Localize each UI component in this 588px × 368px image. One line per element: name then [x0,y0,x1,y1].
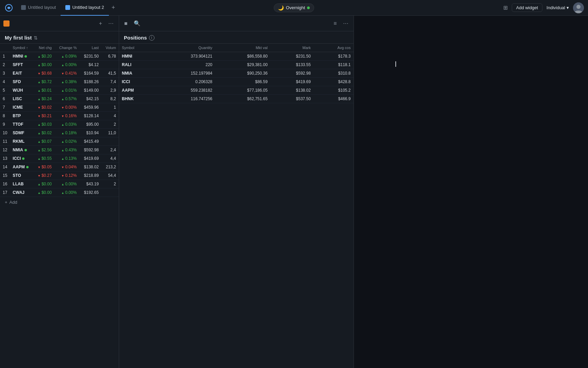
table-row[interactable]: 10 SDMF ▲ $0.02 ▲ 0.18% $10.94 11,0 [0,129,119,137]
add-column-button[interactable]: + [97,19,104,28]
positions-view-btn[interactable]: ■ [122,19,129,28]
net-chg-arrow: ▲ [38,97,42,101]
change-arrow: ▲ [61,191,65,195]
pos-col-mktval[interactable]: Mkt val [215,44,270,52]
overnight-badge[interactable]: 🌙 Overnight [274,3,314,12]
table-row[interactable]: 15 STO ▼ $0.27 ▼ 0.12% $218.89 54,4 [0,171,119,180]
row-number: 3 [0,69,10,78]
symbol-cell: LISC [10,95,33,103]
last-cell: $188.26 [79,78,101,86]
table-row[interactable]: 9 TTOF ▲ $0.03 ▲ 0.03% $95.00 2 [0,120,119,129]
expand-icon[interactable]: ⊞ [503,4,508,11]
individual-dropdown[interactable]: Individual ▾ [546,5,569,10]
volume-cell: 54,4 [101,171,119,180]
change-pct-cell: ▼ 0.16% [54,112,79,120]
symbol-cell: SDMF [10,129,33,137]
add-tab-button[interactable]: + [109,4,118,11]
row-number: 9 [0,120,10,129]
row-number: 14 [0,163,10,171]
net-chg-cell: ▼ $0.21 [33,112,54,120]
table-row[interactable]: 7 ICME ▼ $0.02 ▼ 0.00% $459.96 1 [0,103,119,112]
last-cell: $4.12 [79,61,101,69]
net-chg-cell: ▲ $0.00 [33,180,54,188]
volume-cell: 213,2 [101,163,119,171]
net-chg-arrow: ▲ [38,63,42,67]
symbol-label: STO [13,173,21,178]
pos-avgcost-cell: $466.9 [313,95,353,103]
last-cell: $419.69 [79,154,101,163]
net-chg-cell: ▼ $0.05 [33,163,54,171]
change-arrow: ▲ [61,149,65,152]
table-row[interactable]: ICCI 0.206328 $86.59 $419.69 $428.8 [119,78,354,86]
volume-cell [101,61,119,69]
pos-quantity-cell: 116.747256 [157,95,215,103]
change-pct-cell: ▼ 0.41% [54,69,79,78]
table-row[interactable]: 3 EAIT ▼ $0.68 ▼ 0.41% $164.59 41,5 [0,69,119,78]
change-pct-cell: ▲ 0.00% [54,188,79,197]
col-symbol[interactable]: Symbol ↑ [10,44,33,52]
add-widget-button[interactable]: Add widget [512,3,542,12]
table-row[interactable]: AAPM 559.238182 $77,186.05 $138.02 $105.… [119,86,354,95]
info-icon[interactable]: i [149,35,154,41]
symbol-label: SFD [13,79,21,84]
positions-more-btn[interactable]: ⋯ [341,19,350,28]
table-row[interactable]: 8 BTP ▼ $0.21 ▼ 0.16% $128.14 4 [0,112,119,120]
net-chg-cell: ▲ $0.55 [33,154,54,163]
symbol-label: WIJH [13,88,23,93]
table-row[interactable]: HMNI 373.904121 $86,558.80 $231.50 $178.… [119,52,354,61]
tab-icon-2 [65,5,70,10]
chevron-down-icon: ▾ [567,5,569,10]
row-number: 1 [0,52,10,61]
table-row[interactable]: 1 HMNI ▲ $0.20 ▲ 0.09% $231.50 6,78 [0,52,119,61]
table-row[interactable]: 6 LISC ▲ $0.24 ▲ 0.57% $42.15 8,2 [0,95,119,103]
positions-table: Symbol Quantity Mkt val Mark Avg cos HMN… [119,44,354,103]
table-row[interactable]: RALI 220 $29,381.00 $133.55 $118.1 [119,61,354,69]
pos-col-avgcost[interactable]: Avg cos [313,44,353,52]
row-number: 11 [0,137,10,146]
volume-cell: 6,78 [101,52,119,61]
tab-untitled-layout-2[interactable]: Untitled layout 2 [61,0,109,16]
positions-table-scroll[interactable]: Symbol Quantity Mkt val Mark Avg cos HMN… [119,44,354,368]
col-last[interactable]: Last [79,44,101,52]
table-row[interactable]: 11 RKML ▲ $0.07 ▲ 0.02% $415.49 [0,137,119,146]
net-chg-arrow: ▲ [38,89,42,92]
net-chg-arrow: ▲ [38,80,42,84]
table-row[interactable]: 13 ICCI ▲ $0.55 ▲ 0.13% $419.69 4,4 [0,154,119,163]
watchlist-table-scroll[interactable]: Symbol ↑ Net chg Change % Last Volum 1 H… [0,44,119,352]
last-cell: $95.00 [79,120,101,129]
pos-quantity-cell: 0.206328 [157,78,215,86]
table-row[interactable]: 14 AAPM ▼ $0.05 ▼ 0.04% $138.02 213,2 [0,163,119,171]
pos-mark-cell: $138.02 [270,86,313,95]
right-empty-area [354,16,588,368]
col-change-pct[interactable]: Change % [54,44,79,52]
main-area: + ⋯ My first list ⇅ Symbol ↑ Net chg Cha… [0,16,588,368]
pos-col-quantity[interactable]: Quantity [157,44,215,52]
col-net-chg[interactable]: Net chg [33,44,54,52]
avatar[interactable] [573,2,584,13]
more-options-button[interactable]: ⋯ [107,19,115,28]
col-volume[interactable]: Volum [101,44,119,52]
tab-icon [21,5,26,10]
table-row[interactable]: NMIA 152.197984 $90,250.36 $592.98 $310.… [119,69,354,78]
tab-untitled-layout-1[interactable]: Untitled layout [16,0,61,16]
table-row[interactable]: BHNK 116.747256 $62,751.65 $537.50 $466.… [119,95,354,103]
add-symbol-row[interactable]: + Add [0,197,119,208]
pos-mktval-cell: $90,250.36 [215,69,270,78]
tab2-label: Untitled layout 2 [72,5,104,10]
last-cell: $43.19 [79,180,101,188]
pos-col-mark[interactable]: Mark [270,44,313,52]
table-row[interactable]: 4 SFD ▲ $0.72 ▲ 0.38% $188.26 7,4 [0,78,119,86]
positions-filter-btn[interactable]: ≡ [332,19,338,28]
positions-search-btn[interactable]: 🔍 [132,19,142,28]
table-row[interactable]: 2 SFFT ▲ $0.00 ▲ 0.00% $4.12 [0,61,119,69]
table-row[interactable]: 5 WIJH ▲ $0.01 ▲ 0.01% $149.00 2,9 [0,86,119,95]
table-row[interactable]: 16 LLAB ▲ $0.00 ▲ 0.00% $43.19 2 [0,180,119,188]
table-row[interactable]: 12 NMIA ▲ $2.56 ▲ 0.43% $592.98 2,4 [0,146,119,154]
symbol-cell: AAPM [10,163,33,171]
table-row[interactable]: 17 CWAJ ▲ $0.00 ▲ 0.00% $192.65 [0,188,119,197]
positions-header-row: Symbol Quantity Mkt val Mark Avg cos [119,44,354,52]
add-label: Add [10,200,17,205]
pos-col-symbol[interactable]: Symbol [119,44,157,52]
change-pct-cell: ▲ 0.01% [54,86,79,95]
sort-icon[interactable]: ⇅ [34,35,38,41]
